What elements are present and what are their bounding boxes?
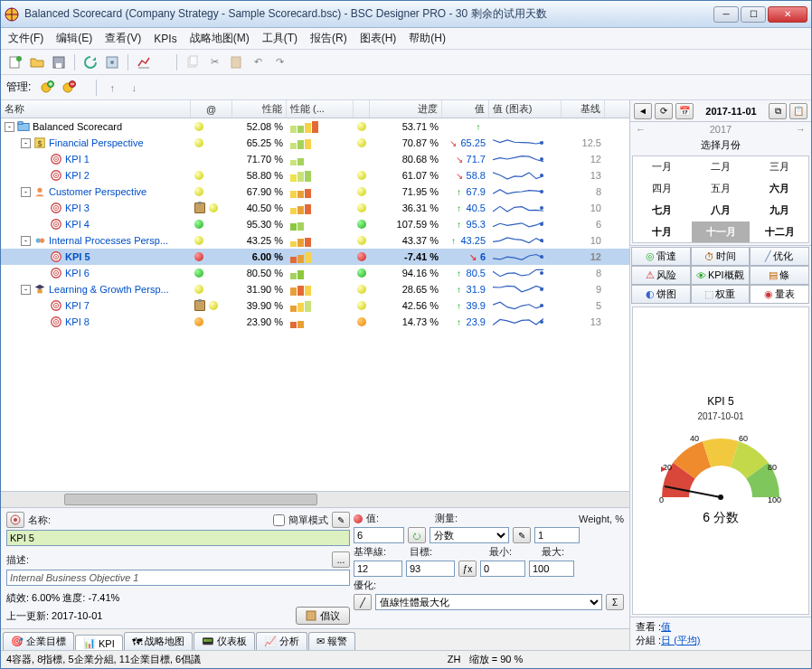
month-cell[interactable]: 十月: [633, 221, 691, 242]
target-input[interactable]: [406, 561, 455, 577]
menu-item[interactable]: 战略地图(M): [190, 31, 250, 46]
open-icon[interactable]: [28, 53, 46, 71]
table-row[interactable]: KPI 56.00 %-7.41 %↘612: [1, 249, 629, 265]
chart-tab[interactable]: ◉量表: [750, 285, 809, 304]
minimize-button[interactable]: ─: [713, 6, 739, 23]
menu-item[interactable]: 图表(H): [360, 31, 397, 46]
minmax-fx-icon[interactable]: ƒx: [458, 561, 477, 577]
opt-select[interactable]: 值線性體最大化: [375, 594, 602, 610]
chart-tab[interactable]: ⬚权重: [691, 285, 751, 304]
chart-tab[interactable]: ◐饼图: [631, 285, 691, 304]
table-row[interactable]: -Balanced Scorecard52.08 %53.71 %↑: [1, 118, 629, 135]
copy-icon[interactable]: [184, 53, 202, 71]
row-label[interactable]: Financial Perspective: [49, 137, 144, 148]
menu-item[interactable]: 查看(V): [105, 31, 141, 46]
measure-edit-icon[interactable]: ✎: [513, 527, 531, 543]
h-scrollbar[interactable]: [1, 491, 629, 507]
table-row[interactable]: -Internal Processes Persp...43.25 %43.37…: [1, 232, 629, 249]
chart-icon[interactable]: [135, 53, 153, 71]
grid-body[interactable]: -Balanced Scorecard52.08 %53.71 %↑-$Fina…: [1, 118, 629, 491]
initiative-button[interactable]: 倡议: [296, 607, 350, 625]
menu-item[interactable]: 编辑(E): [56, 31, 92, 46]
remove-item-icon[interactable]: [60, 79, 78, 97]
tree-toggle[interactable]: -: [21, 187, 31, 197]
tab-1[interactable]: 📊KPI: [75, 635, 123, 650]
paste-icon[interactable]: [227, 53, 245, 71]
close-button[interactable]: ✕: [768, 6, 807, 23]
table-row[interactable]: KPI 680.50 %94.16 %↑80.58: [1, 265, 629, 281]
menu-item[interactable]: KPIs: [154, 33, 176, 45]
month-cell[interactable]: 十二月: [751, 221, 808, 242]
value-input[interactable]: [354, 527, 404, 543]
maximize-button[interactable]: ☐: [741, 6, 766, 23]
chart-tab[interactable]: ⚠风险: [631, 266, 691, 285]
opt-chart-icon[interactable]: ╱: [354, 594, 372, 610]
row-label[interactable]: Internal Processes Persp...: [49, 235, 168, 246]
year-next[interactable]: →: [796, 124, 806, 135]
move-up-icon[interactable]: ↑: [103, 79, 121, 97]
date-reload-icon[interactable]: ⟳: [655, 103, 673, 119]
row-label[interactable]: KPI 5: [65, 251, 90, 262]
table-row[interactable]: -Learning & Growth Persp...31.90 %28.65 …: [1, 281, 629, 297]
table-row[interactable]: -$Financial Perspective65.25 %70.87 %↘65…: [1, 135, 629, 151]
tab-4[interactable]: 📈分析: [256, 632, 307, 650]
table-row[interactable]: KPI 171.70 %80.68 %↘71.712: [1, 151, 629, 167]
tab-2[interactable]: 🗺战略地图: [124, 632, 193, 650]
col-base[interactable]: 基线: [562, 100, 605, 118]
month-cell[interactable]: 十一月: [692, 221, 750, 242]
tab-5[interactable]: ✉報警: [308, 632, 355, 650]
col-val[interactable]: 值: [442, 100, 489, 118]
measure-select[interactable]: 分数: [430, 527, 509, 543]
menu-item[interactable]: 工具(T): [262, 31, 297, 46]
table-row[interactable]: KPI 340.50 %36.31 %↑40.510: [1, 200, 629, 216]
chart-tab[interactable]: ⏱时间: [691, 247, 751, 266]
baseline-input[interactable]: [354, 561, 402, 577]
date-cal-icon[interactable]: 📅: [675, 103, 694, 119]
month-cell[interactable]: 六月: [751, 178, 808, 199]
tree-toggle[interactable]: -: [21, 236, 31, 246]
max-input[interactable]: [529, 561, 574, 577]
tab-3[interactable]: 📟仪表板: [194, 632, 255, 650]
table-row[interactable]: KPI 495.30 %107.59 %↑95.36: [1, 216, 629, 232]
menu-item[interactable]: 报告(R): [310, 31, 347, 46]
menu-item[interactable]: 文件(F): [8, 31, 43, 46]
row-label[interactable]: KPI 7: [65, 300, 90, 311]
view-link[interactable]: 值: [661, 621, 671, 632]
date-copy-icon[interactable]: ⧉: [769, 103, 787, 119]
simple-mode-checkbox[interactable]: [273, 514, 285, 526]
month-cell[interactable]: 九月: [751, 200, 808, 221]
month-cell[interactable]: 五月: [692, 178, 750, 199]
chart-tab[interactable]: ◎雷達: [631, 247, 691, 266]
chart-tab[interactable]: 👁KPI概觀: [691, 266, 751, 285]
row-label[interactable]: Learning & Growth Persp...: [49, 284, 169, 295]
desc-input[interactable]: [6, 570, 350, 586]
min-input[interactable]: [480, 561, 525, 577]
tree-toggle[interactable]: -: [21, 285, 31, 295]
opt-sum-icon[interactable]: Σ: [606, 594, 624, 610]
move-down-icon[interactable]: ↓: [125, 79, 143, 97]
cut-icon[interactable]: ✂: [205, 53, 223, 71]
undo-icon[interactable]: ↶: [249, 53, 267, 71]
add-item-icon[interactable]: [38, 79, 56, 97]
desc-more-button[interactable]: ...: [332, 551, 350, 568]
table-row[interactable]: KPI 258.80 %61.07 %↘58.813: [1, 167, 629, 184]
chart-tab[interactable]: ▤條: [750, 266, 809, 285]
month-cell[interactable]: 三月: [751, 156, 808, 177]
col-perf[interactable]: 性能: [232, 100, 287, 118]
save-icon[interactable]: [50, 53, 68, 71]
value-link-icon[interactable]: ⭮: [408, 527, 426, 543]
settings-icon[interactable]: [103, 53, 121, 71]
date-prev-icon[interactable]: ◄: [634, 103, 652, 119]
menu-item[interactable]: 帮助(H): [409, 31, 446, 46]
col-prog[interactable]: 进度: [370, 100, 442, 118]
target-icon[interactable]: [6, 512, 24, 528]
month-cell[interactable]: 七月: [633, 200, 691, 221]
name-input[interactable]: [6, 530, 350, 546]
row-label[interactable]: KPI 3: [65, 203, 90, 213]
col-at[interactable]: @: [191, 100, 232, 118]
row-label[interactable]: KPI 4: [65, 219, 90, 230]
row-label[interactable]: KPI 8: [65, 316, 90, 327]
weight-input[interactable]: [534, 527, 580, 543]
table-row[interactable]: KPI 739.90 %42.56 %↑39.95: [1, 297, 629, 314]
row-label[interactable]: Customer Perspective: [49, 186, 146, 197]
